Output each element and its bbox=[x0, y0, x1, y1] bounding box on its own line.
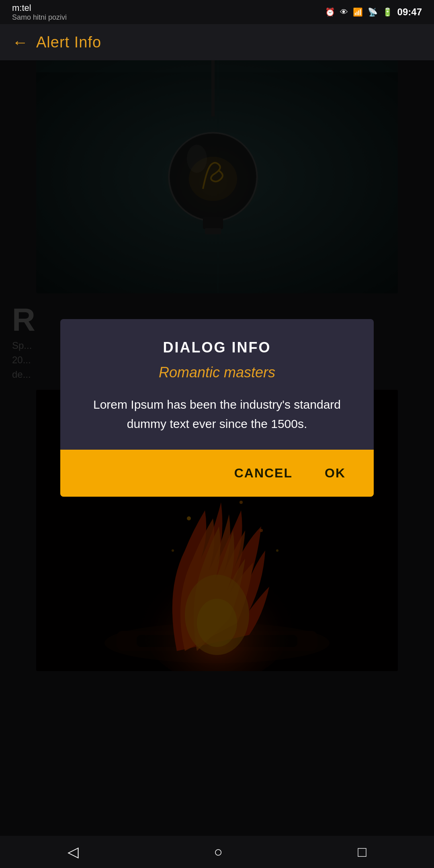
status-time: 09:47 bbox=[397, 6, 422, 18]
dialog-subtitle: Romantic masters bbox=[76, 364, 358, 381]
page-title: Alert Info bbox=[36, 34, 101, 51]
dialog-overlay: DIALOG INFO Romantic masters Lorem Ipsum… bbox=[0, 60, 434, 836]
back-button[interactable]: ← bbox=[12, 33, 28, 51]
carrier-subtext: Samo hitni pozivi bbox=[12, 13, 67, 22]
status-icons: ⏰ 👁 📶 📡 🔋 09:47 bbox=[325, 6, 422, 18]
nav-bar: ◁ ○ □ bbox=[0, 836, 434, 868]
cancel-button[interactable]: CANCEL bbox=[226, 462, 301, 485]
alarm-icon: ⏰ bbox=[325, 7, 335, 17]
content-area: R Sp...20...de... bbox=[0, 60, 434, 836]
dialog-box: DIALOG INFO Romantic masters Lorem Ipsum… bbox=[60, 319, 374, 497]
nav-home-button[interactable]: ○ bbox=[214, 843, 223, 860]
nav-recent-button[interactable]: □ bbox=[358, 843, 366, 860]
dialog-title: DIALOG INFO bbox=[76, 339, 358, 356]
eye-icon: 👁 bbox=[340, 8, 348, 17]
status-bar: m:tel Samo hitni pozivi ⏰ 👁 📶 📡 🔋 09:47 bbox=[0, 0, 434, 24]
dialog-content: DIALOG INFO Romantic masters Lorem Ipsum… bbox=[60, 319, 374, 450]
signal-icon: 📡 bbox=[368, 7, 378, 17]
wifi-icon: 📶 bbox=[353, 7, 363, 17]
page-header: ← Alert Info bbox=[0, 24, 434, 60]
carrier-name: m:tel bbox=[12, 3, 67, 13]
nav-back-button[interactable]: ◁ bbox=[68, 843, 79, 860]
dialog-buttons: CANCEL OK bbox=[60, 450, 374, 497]
dialog-body: Lorem Ipsum has been the industry's stan… bbox=[76, 395, 358, 434]
ok-button[interactable]: OK bbox=[317, 462, 354, 485]
battery-icon: 🔋 bbox=[383, 7, 393, 17]
status-carrier-info: m:tel Samo hitni pozivi bbox=[12, 3, 67, 22]
